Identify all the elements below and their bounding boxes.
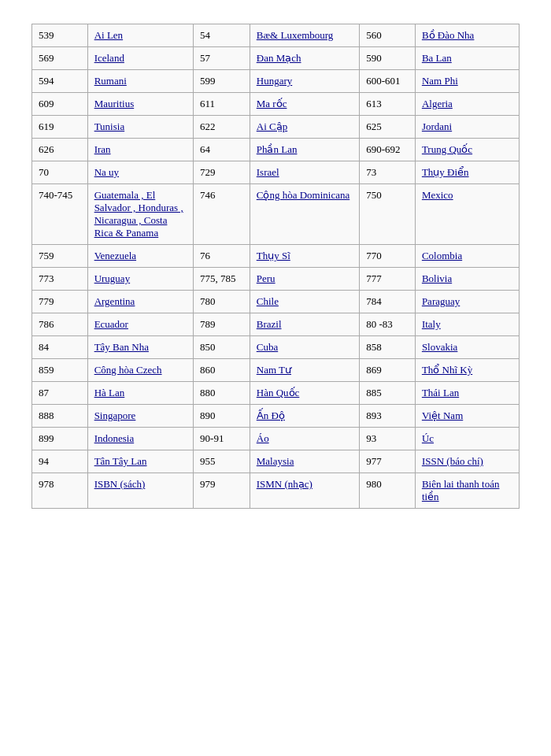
country-link[interactable]: Uruguay: [94, 272, 131, 284]
name-cell[interactable]: Ba Lan: [415, 47, 519, 70]
name-cell[interactable]: Iceland: [87, 47, 193, 70]
name-cell[interactable]: Tân Tây Lan: [87, 450, 193, 473]
country-link[interactable]: Hungary: [257, 75, 293, 87]
country-link[interactable]: Thổ Nhĩ Kỳ: [422, 364, 472, 376]
country-link[interactable]: Công hòa Czech: [94, 364, 162, 376]
country-link[interactable]: Ecuador: [94, 318, 128, 330]
name-cell[interactable]: Phần Lan: [250, 139, 360, 161]
name-cell[interactable]: Argentina: [87, 291, 193, 313]
country-link[interactable]: Cuba: [257, 341, 278, 353]
country-link[interactable]: Tân Tây Lan: [94, 455, 147, 467]
country-link[interactable]: ISSN (báo chí): [422, 455, 483, 467]
country-link[interactable]: Colombia: [422, 250, 462, 261]
country-link[interactable]: Bồ Đào Nha: [422, 29, 475, 41]
name-cell[interactable]: Bồ Đào Nha: [415, 24, 519, 47]
country-link[interactable]: Đan Mạch: [257, 52, 301, 64]
name-cell[interactable]: Italy: [415, 313, 519, 336]
country-link[interactable]: Bæ& Luxembourg: [257, 29, 334, 41]
name-cell[interactable]: Thổ Nhĩ Kỳ: [415, 359, 519, 382]
name-cell[interactable]: Rumani: [87, 70, 193, 93]
country-link[interactable]: Israel: [257, 166, 279, 178]
name-cell[interactable]: Tây Ban Nha: [87, 336, 193, 359]
name-cell[interactable]: Singapore: [87, 405, 193, 428]
name-cell[interactable]: Ấn Độ: [250, 405, 360, 428]
country-link[interactable]: Hà Lan: [94, 387, 125, 398]
name-cell[interactable]: Venezuela: [87, 245, 193, 268]
name-cell[interactable]: Thụy Sĩ: [250, 245, 360, 268]
name-cell[interactable]: Israel: [250, 161, 360, 184]
name-cell[interactable]: Jordani: [415, 116, 519, 139]
name-cell[interactable]: Việt Nam: [415, 405, 519, 428]
country-link[interactable]: Ai Cập: [257, 120, 287, 132]
name-cell[interactable]: Ai Len: [87, 24, 193, 47]
country-link[interactable]: ISMN (nhạc): [257, 478, 312, 490]
country-link[interactable]: Italy: [422, 318, 441, 330]
country-link[interactable]: Cộng hòa Dominicana: [257, 189, 349, 201]
name-cell[interactable]: Mexico: [415, 184, 519, 245]
name-cell[interactable]: Ecuador: [87, 313, 193, 336]
country-link[interactable]: Ba Lan: [422, 52, 452, 64]
country-link[interactable]: Iceland: [94, 52, 124, 64]
name-cell[interactable]: Áo: [250, 428, 360, 450]
country-link[interactable]: Brazil: [257, 318, 282, 330]
name-cell[interactable]: Algeria: [415, 93, 519, 116]
country-link[interactable]: Úc: [422, 432, 434, 444]
name-cell[interactable]: Brazil: [250, 313, 360, 336]
country-link[interactable]: Việt Nam: [422, 410, 463, 421]
country-link[interactable]: Peru: [257, 272, 276, 284]
name-cell[interactable]: Ma rốc: [250, 93, 360, 116]
country-link[interactable]: Áo: [257, 432, 269, 444]
name-cell[interactable]: Công hòa Czech: [87, 359, 193, 382]
name-cell[interactable]: Đan Mạch: [250, 47, 360, 70]
name-cell[interactable]: Peru: [250, 268, 360, 291]
name-cell[interactable]: Colombia: [415, 245, 519, 268]
name-cell[interactable]: Hàn Quốc: [250, 382, 360, 405]
name-cell[interactable]: Thái Lan: [415, 382, 519, 405]
country-link[interactable]: Indonesia: [94, 432, 135, 444]
name-cell[interactable]: ISBN (sách): [87, 473, 193, 509]
country-link[interactable]: ISBN (sách): [94, 478, 146, 490]
name-cell[interactable]: Paraguay: [415, 291, 519, 313]
name-cell[interactable]: ISSN (báo chí): [415, 450, 519, 473]
name-cell[interactable]: Na uy: [87, 161, 193, 184]
name-cell[interactable]: Bæ& Luxembourg: [250, 24, 360, 47]
country-link[interactable]: Venezuela: [94, 250, 136, 261]
country-link[interactable]: Thái Lan: [422, 387, 459, 398]
name-cell[interactable]: Indonesia: [87, 428, 193, 450]
name-cell[interactable]: Malaysia: [250, 450, 360, 473]
country-link[interactable]: Nam Tư: [257, 364, 291, 376]
country-link[interactable]: Ai Len: [94, 29, 123, 41]
name-cell[interactable]: Chile: [250, 291, 360, 313]
country-link[interactable]: Algeria: [422, 98, 453, 109]
country-link[interactable]: Iran: [94, 143, 111, 155]
name-cell[interactable]: Bolivia: [415, 268, 519, 291]
name-cell[interactable]: Slovakia: [415, 336, 519, 359]
country-link[interactable]: Malaysia: [257, 455, 294, 467]
country-link[interactable]: Mauritius: [94, 98, 135, 109]
country-link[interactable]: Singapore: [94, 410, 136, 421]
name-cell[interactable]: Iran: [87, 139, 193, 161]
country-link[interactable]: Ấn Độ: [257, 410, 285, 421]
country-link[interactable]: Biên lai thanh toán tiền: [422, 478, 500, 502]
country-link[interactable]: Jordani: [422, 120, 452, 132]
country-link[interactable]: Thụy Điển: [422, 166, 469, 178]
name-cell[interactable]: Trung Quốc: [415, 139, 519, 161]
name-cell[interactable]: Hungary: [250, 70, 360, 93]
country-link[interactable]: Phần Lan: [257, 143, 298, 155]
name-cell[interactable]: Úc: [415, 428, 519, 450]
country-link[interactable]: Slovakia: [422, 341, 458, 353]
country-link[interactable]: Chile: [257, 295, 279, 307]
name-cell[interactable]: Nam Phi: [415, 70, 519, 93]
name-cell[interactable]: Thụy Điển: [415, 161, 519, 184]
country-link[interactable]: Bolivia: [422, 272, 452, 284]
country-link[interactable]: Hàn Quốc: [257, 387, 300, 398]
name-cell[interactable]: ISMN (nhạc): [250, 473, 360, 509]
country-link[interactable]: Ma rốc: [257, 98, 287, 109]
country-link[interactable]: Tây Ban Nha: [94, 341, 149, 353]
country-link[interactable]: Paraguay: [422, 295, 460, 307]
country-link[interactable]: Trung Quốc: [422, 143, 472, 155]
name-cell[interactable]: Mauritius: [87, 93, 193, 116]
name-cell[interactable]: Uruguay: [87, 268, 193, 291]
name-cell[interactable]: Nam Tư: [250, 359, 360, 382]
country-link[interactable]: Argentina: [94, 295, 135, 307]
